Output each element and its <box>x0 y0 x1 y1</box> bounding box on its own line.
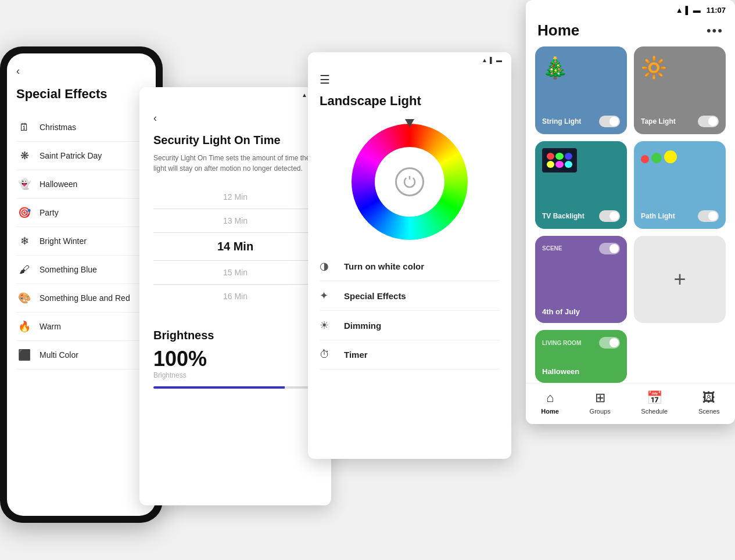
menu-dimming-label: Dimming <box>344 321 381 331</box>
menu-effects-label: Special Effects <box>344 291 406 301</box>
home-status-bar: ▲ ▌ ▬ 11:07 <box>526 0 735 17</box>
add-device-icon[interactable]: + <box>673 267 686 292</box>
tv-dot-1 <box>547 153 554 160</box>
halloween-scene-toggle[interactable] <box>599 337 620 349</box>
more-options-button[interactable]: ••• <box>707 23 723 38</box>
tv-backlight-toggle[interactable] <box>599 210 620 222</box>
effect-item-christmas[interactable]: 🗓 Christmas <box>16 113 146 142</box>
effect-item-multi-color[interactable]: ⬛ Multi Color <box>16 341 146 369</box>
menu-white-label: Turn on white color <box>344 261 424 271</box>
color-wheel[interactable] <box>352 124 468 240</box>
status-bar-3: ▲ ▌ ▬ <box>308 52 511 68</box>
effect-label-christmas: Christmas <box>40 123 76 132</box>
white-color-icon: ◑ <box>320 260 336 272</box>
device-card-tape-light[interactable]: 🔆 Tape Light <box>634 46 726 134</box>
panel-home: ▲ ▌ ▬ 11:07 Home ••• 🎄 String Light 🔆 Ta… <box>526 0 735 424</box>
brightness-bar[interactable] <box>153 386 317 389</box>
effect-item-something-blue[interactable]: 🖌 Something Blue <box>16 256 146 284</box>
color-wheel-container[interactable] <box>308 118 511 252</box>
menu-special-effects[interactable]: ✦ Special Effects <box>320 281 500 311</box>
device-card-add[interactable]: + <box>634 236 726 324</box>
july-scene-name: 4th of July <box>542 307 620 316</box>
device-card-scene-july[interactable]: Scene 4th of July <box>535 236 627 324</box>
wifi-icon-2: ▲ <box>302 92 307 98</box>
battery-icon-home: ▬ <box>693 6 701 15</box>
july-scene-toggle[interactable] <box>599 243 620 254</box>
wifi-icon-home: ▲ <box>676 6 683 15</box>
back-button-2[interactable]: ‹ <box>153 112 317 124</box>
scenes-nav-label: Scenes <box>698 408 720 415</box>
device-card-string-light[interactable]: 🎄 String Light <box>535 46 627 134</box>
menu-dimming[interactable]: ☀ Dimming <box>320 311 500 340</box>
panel-security-light: ▲ ▌ ▬ ‹ Security Light On Time Security … <box>139 87 331 505</box>
tv-dot-4 <box>547 161 554 168</box>
halloween-scene-toggle-row: Living Room <box>542 337 620 349</box>
nav-groups[interactable]: ⊞ Groups <box>590 390 611 415</box>
july-scene-toggle-row: Scene <box>542 243 620 254</box>
path-light-toggle[interactable] <box>698 210 719 222</box>
nav-home[interactable]: ⌂ Home <box>541 390 559 415</box>
time-14-selected[interactable]: 14 Min <box>153 235 317 258</box>
menu-timer[interactable]: ⏱ Timer <box>320 340 500 369</box>
effect-label-something-blue: Something Blue <box>40 265 97 274</box>
brightness-title: Brightness <box>153 329 317 342</box>
panel2-title: Security Light On Time <box>153 134 317 147</box>
effect-item-something-blue-red[interactable]: 🎨 Something Blue and Red <box>16 284 146 313</box>
tv-dot-5 <box>555 161 563 168</box>
string-light-name: String Light <box>542 117 581 125</box>
nav-scenes[interactable]: 🖼 Scenes <box>698 390 720 415</box>
bright-winter-icon: ❄ <box>16 233 33 249</box>
halloween-icon: 👻 <box>16 176 33 192</box>
phone-frame-1: ‹ Special Effects 🗓 Christmas ❋ Saint Pa… <box>0 46 163 523</box>
special-effects-icon: ✦ <box>320 289 336 302</box>
device-card-scene-halloween[interactable]: Living Room Halloween <box>535 330 627 383</box>
home-title: Home <box>537 21 579 40</box>
menu-white-color[interactable]: ◑ Turn on white color <box>320 252 500 281</box>
tape-light-icon: 🔆 <box>641 53 719 82</box>
schedule-nav-label: Schedule <box>641 408 668 415</box>
effect-label-party: Party <box>40 208 59 217</box>
phone-screen-1: ‹ Special Effects 🗓 Christmas ❋ Saint Pa… <box>7 53 156 516</box>
home-nav-icon: ⌂ <box>546 390 554 405</box>
christmas-icon: 🗓 <box>16 119 33 135</box>
hamburger-menu[interactable]: ☰ <box>320 73 500 87</box>
effect-item-saint-patrick[interactable]: ❋ Saint Patrick Day <box>16 142 146 170</box>
tape-light-toggle[interactable] <box>698 116 719 127</box>
signal-icon-3: ▌ <box>490 57 494 63</box>
time-15[interactable]: 15 Min <box>153 263 317 282</box>
time-picker[interactable]: 12 Min 13 Min 14 Min 15 Min 16 Min <box>153 188 317 306</box>
time-12[interactable]: 12 Min <box>153 188 317 206</box>
effect-label-multi-color: Multi Color <box>40 350 78 360</box>
panel2-content: ‹ Security Light On Time Security Light … <box>139 103 331 398</box>
back-button-1[interactable]: ‹ <box>16 65 146 77</box>
effect-item-halloween[interactable]: 👻 Halloween <box>16 170 146 199</box>
effect-label-bright-winter: Bright Winter <box>40 236 87 246</box>
nav-schedule[interactable]: 📅 Schedule <box>641 390 668 415</box>
multi-color-icon: ⬛ <box>16 347 33 363</box>
tv-backlight-toggle-row: TV Backlight <box>542 210 620 222</box>
effect-item-bright-winter[interactable]: ❄ Bright Winter <box>16 227 146 256</box>
party-icon: 🎯 <box>16 204 33 221</box>
halloween-room-label: Living Room <box>542 340 581 346</box>
color-pointer <box>405 119 414 127</box>
tape-light-name: Tape Light <box>641 117 676 125</box>
device-card-path-light[interactable]: Path Light <box>634 141 726 229</box>
tv-backlight-icon <box>542 148 577 173</box>
panel-landscape-light: ▲ ▌ ▬ ☰ Landscape Light ◑ Turn on white … <box>308 52 511 459</box>
effect-label-something-blue-red: Something Blue and Red <box>40 293 130 303</box>
scenes-nav-icon: 🖼 <box>702 390 715 405</box>
home-nav-label: Home <box>541 408 559 415</box>
saint-patrick-icon: ❋ <box>16 148 33 164</box>
effect-item-warm[interactable]: 🔥 Warm <box>16 313 146 341</box>
power-button[interactable] <box>395 167 424 196</box>
wifi-icon-3: ▲ <box>482 57 487 63</box>
device-card-tv-backlight[interactable]: TV Backlight <box>535 141 627 229</box>
effect-item-party[interactable]: 🎯 Party <box>16 199 146 227</box>
time-13[interactable]: 13 Min <box>153 211 317 230</box>
color-wheel-inner <box>375 147 444 217</box>
something-blue-icon: 🖌 <box>16 261 33 278</box>
string-light-icon: 🎄 <box>542 53 620 82</box>
time-16[interactable]: 16 Min <box>153 287 317 306</box>
panel2-description: Security Light On Time sets the amount o… <box>153 153 317 174</box>
string-light-toggle[interactable] <box>599 116 620 127</box>
